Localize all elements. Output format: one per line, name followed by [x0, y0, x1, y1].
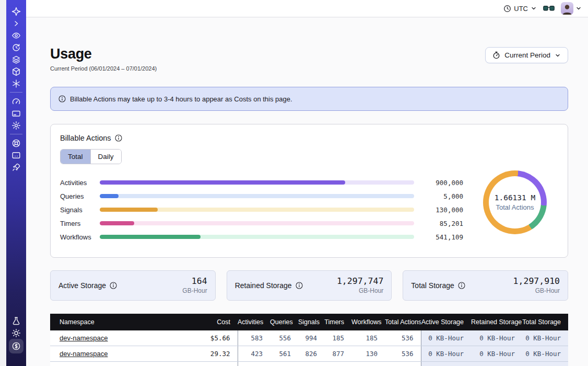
- layers-icon[interactable]: [9, 53, 23, 65]
- cell-namespace: dev-namespace: [50, 330, 187, 346]
- cell-active-storage: 0 KB-Hour: [421, 362, 471, 366]
- credit-card-icon[interactable]: [9, 107, 23, 119]
- column-header-retained-storage: Retained Storage: [471, 314, 522, 330]
- column-header-cost: Cost: [187, 314, 238, 330]
- column-header-activities: Activities: [238, 314, 270, 330]
- namespace-link[interactable]: dev-namespace: [60, 350, 108, 358]
- total-storage-card: Total Storage 1,297,910 GB-Hour: [403, 270, 568, 301]
- bar-label: Timers: [60, 220, 100, 227]
- timezone-selector[interactable]: UTC: [503, 5, 537, 13]
- page-subtitle: Current Period (06/01/2024 – 07/01/2024): [50, 65, 157, 72]
- tab-daily[interactable]: Daily: [90, 150, 121, 164]
- bar-row-timers: Timers85,201: [60, 216, 463, 230]
- cell-total-storage: 0 KB-Hour: [522, 362, 568, 366]
- main-content: Usage Current Period (06/01/2024 – 07/01…: [26, 18, 588, 366]
- bar-label: Queries: [60, 192, 100, 200]
- bar-track: [100, 180, 414, 185]
- cell-retained-storage: 0 KB-Hour: [471, 346, 522, 362]
- column-header-timers: Timers: [324, 314, 351, 330]
- column-header-workflows: Workflows: [351, 314, 385, 330]
- namespace-usage-table: NamespaceCostActivitiesQueriesSignalsTim…: [50, 314, 568, 366]
- cell-activities: 583: [238, 330, 270, 346]
- dollar-coin-icon[interactable]: [9, 339, 23, 353]
- sun-icon[interactable]: [9, 327, 23, 339]
- chevron-down-icon: [555, 52, 561, 59]
- account-menu[interactable]: [561, 2, 582, 15]
- total-storage-label: Total Storage: [411, 281, 465, 290]
- column-header-signals: Signals: [298, 314, 324, 330]
- bar-value: 130,000: [421, 206, 463, 214]
- table-body: dev-namespace$5.665835569941851855360 KB…: [50, 330, 568, 366]
- cell-retained-storage: 0 KB-Hour: [471, 330, 522, 346]
- bar-row-queries: Queries5,000: [60, 189, 463, 203]
- cell-total-storage: 0 KB-Hour: [522, 346, 568, 362]
- active-storage-value: 164: [182, 277, 207, 286]
- rocket-icon[interactable]: [9, 161, 23, 173]
- storage-summary-row: Active Storage 164 GB-Hour Retained Stor…: [50, 270, 568, 301]
- total-storage-value: 1,297,910: [513, 277, 560, 286]
- bar-fill: [100, 235, 201, 239]
- retained-storage-card: Retained Storage 1,297,747 GB-Hour: [227, 270, 392, 301]
- cell-queries: 561: [270, 346, 298, 362]
- stopwatch-icon: [492, 51, 500, 59]
- bar-row-activities: Activities900,000: [60, 176, 463, 189]
- cell-workflows: 185: [351, 330, 385, 346]
- cell-active-storage: 0 KB-Hour: [421, 330, 471, 346]
- cube-icon[interactable]: [9, 65, 23, 77]
- column-header-total-actions: Total Actions: [385, 314, 421, 330]
- cell-cost: $5.66: [187, 330, 238, 346]
- donut-total-label: Total Actions: [496, 203, 534, 211]
- bar-label: Activities: [60, 179, 100, 187]
- period-selector-label: Current Period: [504, 51, 550, 59]
- flask-icon[interactable]: [9, 315, 23, 327]
- terminal-icon[interactable]: [9, 149, 23, 161]
- gauge-icon[interactable]: [9, 95, 23, 107]
- glasses-icon[interactable]: [543, 5, 555, 12]
- bar-value: 541,109: [421, 233, 463, 241]
- cell-timers: 185: [324, 330, 351, 346]
- cell-activities: 492: [238, 362, 270, 366]
- bar-fill: [100, 180, 345, 185]
- cell-timers: 816: [324, 362, 351, 366]
- clock-rotate-icon[interactable]: [9, 41, 23, 53]
- chevron-right-icon[interactable]: [9, 17, 23, 29]
- info-icon[interactable]: [296, 282, 303, 289]
- cell-cost: $3.35: [187, 362, 238, 366]
- column-header-queries: Queries: [270, 314, 298, 330]
- bar-value: 5,000: [421, 192, 463, 200]
- period-selector-button[interactable]: Current Period: [485, 47, 568, 63]
- table-header-row: NamespaceCostActivitiesQueriesSignalsTim…: [50, 314, 568, 330]
- info-icon[interactable]: [458, 282, 465, 289]
- cell-activities: 423: [238, 346, 270, 362]
- sidebar-divider: [10, 134, 22, 134]
- cell-namespace: dev-namespace: [50, 362, 187, 366]
- cell-signals: 826: [298, 346, 324, 362]
- cell-active-storage: 0 KB-Hour: [421, 346, 471, 362]
- cell-total-storage: 0 KB-Hour: [522, 330, 568, 346]
- clock-icon: [503, 5, 511, 13]
- info-icon: [58, 95, 66, 102]
- bar-label: Workflows: [60, 233, 100, 241]
- tab-total[interactable]: Total: [61, 150, 90, 164]
- bar-track: [100, 208, 414, 212]
- cell-cost: 29.32: [187, 346, 238, 362]
- temporal-logo-icon[interactable]: [9, 5, 23, 17]
- info-icon[interactable]: [110, 282, 117, 289]
- retained-storage-unit: GB-Hour: [337, 287, 383, 294]
- eye-icon[interactable]: [9, 29, 23, 41]
- bar-value: 900,000: [421, 179, 463, 187]
- asterisk-icon[interactable]: [9, 77, 23, 89]
- column-header-total-storage: Total Storage: [522, 314, 568, 330]
- table-row: dev-namespace29.324235618268771305360 KB…: [50, 346, 568, 362]
- gear-icon[interactable]: [9, 119, 23, 131]
- namespace-link[interactable]: dev-namespace: [60, 334, 108, 342]
- billable-actions-card: Billable Actions Total Daily Activities9…: [50, 124, 568, 258]
- banner-text: Billable Actions may take up to 3-4 hour…: [70, 95, 292, 103]
- lifebuoy-icon[interactable]: [9, 137, 23, 149]
- bar-fill: [100, 221, 134, 225]
- retained-storage-label: Retained Storage: [235, 281, 303, 290]
- info-icon[interactable]: [115, 134, 122, 142]
- cell-queries: 536: [270, 362, 298, 366]
- bar-fill: [100, 208, 158, 212]
- cell-workflows: 130: [351, 346, 385, 362]
